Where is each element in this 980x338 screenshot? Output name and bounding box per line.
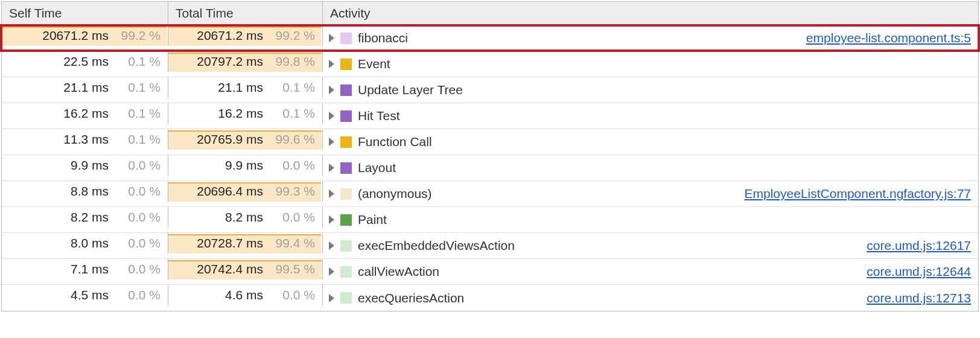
self-time-cell: 11.3 ms0.1 %: [2, 129, 168, 150]
total-time-cell: 20742.4 ms99.5 %: [168, 259, 323, 279]
self-ms: 11.3 ms: [39, 132, 109, 147]
self-ms: 16.2 ms: [39, 106, 109, 121]
self-time-cell: 7.1 ms0.0 %: [2, 259, 168, 279]
self-pct: 0.0 %: [113, 236, 161, 250]
expand-icon[interactable]: [329, 241, 334, 250]
self-time-cell: 21.1 ms0.1 %: [2, 77, 168, 98]
self-ms: 8.0 ms: [39, 236, 109, 250]
self-ms: 8.2 ms: [39, 210, 109, 225]
category-swatch: [340, 110, 352, 122]
total-pct: 0.1 %: [268, 106, 315, 121]
category-swatch: [340, 266, 352, 278]
total-ms: 20696.4 ms: [194, 184, 263, 199]
table-row[interactable]: 20671.2 ms99.2 %20671.2 ms99.2 %fibonacc…: [2, 25, 978, 51]
total-pct: 99.8 %: [268, 54, 315, 69]
self-time-cell: 22.5 ms0.1 %: [2, 51, 168, 72]
table-row[interactable]: 21.1 ms0.1 %21.1 ms0.1 %Update Layer Tre…: [2, 77, 978, 103]
expand-icon[interactable]: [329, 138, 334, 146]
activity-name: Update Layer Tree: [358, 83, 463, 97]
category-swatch: [340, 84, 352, 96]
activity-cell: callViewActioncore.umd.js:12644: [323, 259, 978, 284]
total-ms: 20765.9 ms: [194, 132, 263, 147]
total-time-cell: 21.1 ms0.1 %: [168, 77, 323, 98]
activity-name: Event: [358, 57, 390, 71]
table-body: 20671.2 ms99.2 %20671.2 ms99.2 %fibonacc…: [2, 25, 978, 311]
table-row[interactable]: 9.9 ms0.0 %9.9 ms0.0 %Layout: [2, 155, 978, 181]
total-pct: 0.0 %: [268, 288, 315, 302]
expand-icon[interactable]: [329, 267, 334, 276]
table-row[interactable]: 11.3 ms0.1 %20765.9 ms99.6 %Function Cal…: [2, 129, 978, 155]
expand-icon[interactable]: [329, 112, 334, 120]
activity-cell: Update Layer Tree: [323, 77, 978, 103]
self-pct: 99.2 %: [113, 28, 161, 43]
category-swatch: [340, 292, 352, 304]
total-time-cell: 20671.2 ms99.2 %: [168, 25, 323, 46]
total-time-cell: 20696.4 ms99.3 %: [168, 181, 323, 202]
activity-name: Hit Test: [358, 109, 400, 123]
expand-icon[interactable]: [329, 86, 334, 94]
activity-cell: Event: [323, 51, 978, 77]
header-total-time[interactable]: Total Time: [168, 2, 323, 25]
expand-icon[interactable]: [329, 215, 334, 224]
category-swatch: [340, 188, 352, 200]
expand-icon[interactable]: [329, 190, 334, 198]
total-time-cell: 16.2 ms0.1 %: [168, 103, 323, 124]
table-row[interactable]: 16.2 ms0.1 %16.2 ms0.1 %Hit Test: [2, 103, 978, 129]
header-activity[interactable]: Activity: [323, 2, 978, 25]
table-row[interactable]: 8.2 ms0.0 %8.2 ms0.0 %Paint: [2, 207, 978, 233]
source-link[interactable]: core.umd.js:12617: [867, 238, 971, 253]
total-pct: 99.6 %: [268, 132, 315, 147]
header-self-time[interactable]: Self Time: [2, 2, 168, 25]
expand-icon[interactable]: [329, 60, 334, 68]
self-time-cell: 9.9 ms0.0 %: [2, 155, 168, 176]
total-pct: 99.2 %: [268, 28, 315, 43]
table-header: Self Time Total Time Activity: [2, 2, 978, 25]
total-ms: 4.6 ms: [194, 288, 263, 302]
total-ms: 20671.2 ms: [194, 28, 263, 43]
self-ms: 9.9 ms: [39, 158, 109, 173]
total-pct: 0.1 %: [268, 80, 315, 95]
self-pct: 0.0 %: [113, 184, 161, 199]
total-pct: 99.4 %: [268, 236, 315, 250]
self-pct: 0.0 %: [113, 158, 161, 173]
self-time-cell: 4.5 ms0.0 %: [2, 285, 168, 305]
total-time-cell: 20728.7 ms99.4 %: [168, 233, 323, 253]
table-row[interactable]: 7.1 ms0.0 %20742.4 ms99.5 %callViewActio…: [2, 259, 978, 285]
table-row[interactable]: 8.0 ms0.0 %20728.7 ms99.4 %execEmbeddedV…: [2, 233, 978, 259]
total-time-cell: 20797.2 ms99.8 %: [168, 51, 323, 72]
activity-cell: (anonymous)EmployeeListComponent.ngfacto…: [323, 181, 978, 206]
activity-cell: execEmbeddedViewsActioncore.umd.js:12617: [323, 233, 978, 258]
category-swatch: [340, 136, 352, 148]
category-swatch: [340, 33, 352, 44]
total-ms: 20742.4 ms: [194, 262, 263, 276]
table-row[interactable]: 8.8 ms0.0 %20696.4 ms99.3 %(anonymous)Em…: [2, 181, 978, 207]
total-ms: 20728.7 ms: [194, 236, 263, 250]
expand-icon[interactable]: [329, 34, 334, 42]
self-pct: 0.0 %: [113, 288, 161, 302]
self-time-cell: 16.2 ms0.1 %: [2, 103, 168, 124]
self-time-cell: 8.2 ms0.0 %: [2, 207, 168, 228]
total-ms: 9.9 ms: [194, 158, 263, 173]
source-link[interactable]: core.umd.js:12644: [867, 264, 971, 279]
expand-icon[interactable]: [329, 294, 334, 302]
activity-cell: Layout: [323, 155, 978, 180]
self-ms: 21.1 ms: [39, 80, 109, 95]
source-link[interactable]: employee-list.component.ts:5: [806, 31, 971, 45]
category-swatch: [340, 214, 352, 226]
table-row[interactable]: 22.5 ms0.1 %20797.2 ms99.8 %Event: [2, 51, 978, 77]
total-time-cell: 8.2 ms0.0 %: [168, 207, 323, 228]
total-pct: 99.3 %: [268, 184, 315, 199]
source-link[interactable]: core.umd.js:12713: [867, 291, 971, 305]
self-ms: 4.5 ms: [39, 288, 109, 302]
activity-name: Layout: [358, 161, 396, 175]
total-time-cell: 4.6 ms0.0 %: [168, 285, 323, 305]
activity-name: (anonymous): [358, 187, 432, 201]
expand-icon[interactable]: [329, 164, 334, 172]
self-time-cell: 20671.2 ms99.2 %: [2, 25, 168, 46]
source-link[interactable]: EmployeeListComponent.ngfactory.js:77: [745, 187, 971, 201]
activity-name: fibonacci: [358, 31, 408, 45]
activity-name: execQueriesAction: [358, 291, 464, 305]
table-row[interactable]: 4.5 ms0.0 %4.6 ms0.0 %execQueriesActionc…: [2, 285, 978, 311]
total-ms: 20797.2 ms: [194, 54, 263, 69]
self-ms: 20671.2 ms: [39, 28, 109, 43]
